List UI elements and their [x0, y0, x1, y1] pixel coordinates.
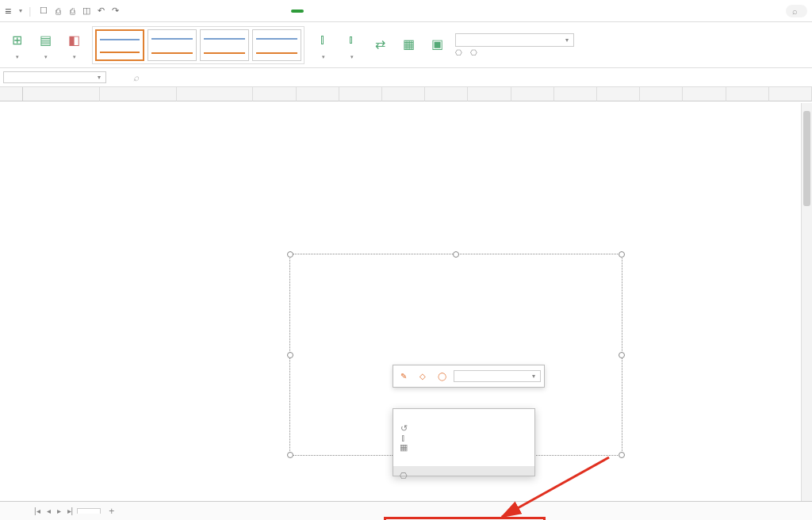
add-element-button[interactable]: ⊞: [6, 29, 27, 60]
ctx-delete[interactable]: [393, 409, 534, 419]
name-box[interactable]: ▾: [3, 71, 106, 83]
resize-handle[interactable]: [619, 352, 625, 358]
series-selector[interactable]: ▾: [455, 33, 574, 47]
col-header[interactable]: [297, 87, 339, 101]
col-header[interactable]: [769, 87, 812, 101]
sheet-tab[interactable]: [77, 508, 101, 514]
formula-bar: ▾: [0, 68, 812, 87]
change-color-icon: ◧: [63, 29, 84, 50]
resize-handle[interactable]: [453, 251, 459, 258]
select-all-corner[interactable]: [0, 87, 23, 101]
spreadsheet-grid: ✎ ◇ ◯ ▾ ↺ ⫿ ▦ ⎔: [0, 87, 812, 101]
menu-icon[interactable]: ≡: [5, 5, 11, 17]
quick-layout-button[interactable]: ▤: [35, 29, 56, 60]
scroll-thumb[interactable]: [803, 111, 810, 206]
resize-handle[interactable]: [287, 352, 293, 358]
style-button[interactable]: ✎: [396, 369, 411, 384]
chart-style-1[interactable]: [95, 29, 144, 61]
chart-style-4[interactable]: [252, 29, 301, 61]
tab-nav-next[interactable]: ▸: [55, 507, 63, 515]
col-header[interactable]: [597, 87, 640, 101]
col-header[interactable]: [511, 87, 554, 101]
resize-handle[interactable]: [287, 452, 293, 458]
col-header[interactable]: [640, 87, 683, 101]
tab-chart-tool[interactable]: [291, 10, 304, 13]
template-chart-button[interactable]: ⫿: [312, 29, 333, 60]
reset-style-button[interactable]: [470, 48, 479, 57]
format-icon: ⎔: [398, 471, 409, 481]
change-type-icon: ⫾: [341, 29, 362, 50]
mini-toolbar: ✎ ◇ ◯ ▾: [393, 365, 545, 388]
context-menu: ↺ ⫿ ▦ ⎔: [393, 408, 535, 476]
col-header[interactable]: [683, 87, 726, 101]
select-data-icon: ▦: [398, 34, 419, 55]
ribbon: ⊞ ▤ ◧ ⫿ ⫾ ⇄ ▦ ▣ ▾: [0, 22, 812, 68]
save-as-icon[interactable]: ⎙: [52, 5, 64, 17]
col-header[interactable]: [100, 87, 177, 101]
resize-handle[interactable]: [619, 452, 625, 458]
search-icon: ⌕: [792, 6, 798, 16]
ctx-format-series[interactable]: ⎔: [393, 466, 534, 476]
ctx-change-type[interactable]: ⫿: [393, 428, 534, 438]
preview-icon[interactable]: ◫: [80, 5, 93, 17]
fill-button[interactable]: ◇: [416, 369, 430, 384]
ribbon-tabs: [148, 10, 304, 13]
chart-style-gallery[interactable]: [92, 26, 304, 64]
col-header[interactable]: [554, 87, 597, 101]
chevron-down-icon: ▾: [565, 36, 569, 44]
col-header[interactable]: [253, 87, 296, 101]
switch-row-col-button[interactable]: ⇄: [370, 34, 390, 56]
ctx-add-label[interactable]: [393, 447, 534, 457]
move-chart-button[interactable]: ▣: [427, 34, 447, 56]
save-icon[interactable]: ☐: [37, 5, 50, 17]
divider: |: [29, 6, 31, 17]
ctx-add-trend[interactable]: [393, 457, 534, 466]
col-header[interactable]: [177, 87, 254, 101]
add-element-icon: ⊞: [6, 29, 27, 50]
tab-nav-first[interactable]: |◂: [32, 507, 43, 515]
search-box[interactable]: ⌕: [786, 5, 807, 17]
series-selector-mini[interactable]: ▾: [454, 370, 541, 382]
col-header[interactable]: [726, 87, 769, 101]
fx-label[interactable]: [133, 72, 144, 83]
quick-access-toolbar: ☐ ⎙ ⎙ ◫ ↶ ↷: [37, 5, 121, 17]
file-menu[interactable]: [14, 6, 25, 16]
resize-handle[interactable]: [619, 251, 625, 258]
undo-icon[interactable]: ↶: [94, 5, 107, 17]
select-data-button[interactable]: ▦: [398, 34, 419, 56]
sheet-tabs: |◂ ◂ ▸ ▸| +: [0, 501, 812, 520]
tab-nav-prev[interactable]: ◂: [44, 507, 53, 515]
col-header[interactable]: [339, 87, 382, 101]
outline-icon: ◯: [435, 369, 449, 383]
col-header[interactable]: [468, 87, 511, 101]
bucket-icon: ◇: [416, 369, 430, 383]
set-format-button[interactable]: [455, 48, 464, 57]
series-group: ▾: [455, 33, 574, 57]
switch-icon: ⇄: [370, 34, 390, 55]
col-header[interactable]: [425, 87, 468, 101]
chevron-down-icon: ▾: [532, 373, 535, 380]
quick-layout-icon: ▤: [35, 29, 56, 50]
menu-bar: ≡ | ☐ ⎙ ⎙ ◫ ↶ ↷ ⌕: [0, 0, 812, 22]
col-header[interactable]: [23, 87, 100, 101]
tab-nav-last[interactable]: ▸|: [65, 507, 76, 515]
ctx-select-data[interactable]: ▦: [393, 438, 534, 447]
chart-style-3[interactable]: [200, 29, 249, 61]
col-header[interactable]: [382, 87, 425, 101]
resize-handle[interactable]: [287, 251, 293, 258]
brush-icon: ✎: [396, 369, 411, 383]
vertical-scrollbar[interactable]: [801, 103, 812, 501]
chart-style-2[interactable]: [147, 29, 197, 61]
change-type-button[interactable]: ⫾: [341, 29, 362, 60]
y-axis[interactable]: [295, 281, 314, 431]
add-sheet-button[interactable]: +: [102, 503, 121, 519]
move-chart-icon: ▣: [427, 34, 447, 55]
print-icon[interactable]: ⎙: [66, 5, 79, 17]
outline-button[interactable]: ◯: [435, 369, 449, 384]
redo-icon[interactable]: ↷: [109, 5, 121, 17]
template-chart-icon: ⫿: [312, 29, 333, 50]
change-color-button[interactable]: ◧: [63, 29, 84, 60]
ctx-reset-match[interactable]: ↺: [393, 419, 534, 428]
chevron-down-icon: ▾: [98, 74, 101, 81]
